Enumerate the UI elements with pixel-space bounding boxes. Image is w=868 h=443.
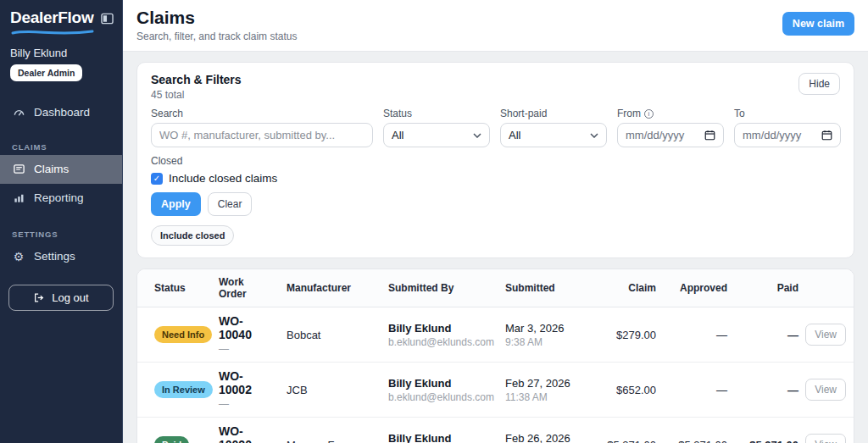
manufacturer-cell: Bobcat xyxy=(280,307,381,363)
table-header-row: Status Work Order Manufacturer Submitted… xyxy=(137,269,854,307)
submitted-date: Mar 3, 2026 xyxy=(505,322,583,335)
claims-card-icon xyxy=(12,163,25,176)
include-closed-checkbox[interactable]: ✓ xyxy=(151,173,163,185)
calendar-icon xyxy=(704,130,715,141)
table-row: In Review WO-10002 — JCB Billy Eklund b.… xyxy=(137,363,854,418)
app-logo-text: DealerFlow xyxy=(10,9,95,27)
logo-swoosh xyxy=(10,28,95,36)
submitted-date: Feb 26, 2026 xyxy=(505,432,583,443)
sidebar-nav: Dashboard CLAIMS Claims Reporting SETTIN… xyxy=(0,98,122,271)
claim-amount: $652.00 xyxy=(590,363,663,418)
table-row: Paid WO-10020 — Massey Ferguson Billy Ek… xyxy=(137,418,854,443)
status-select-value: All xyxy=(392,129,403,141)
status-select[interactable]: All xyxy=(383,123,490,147)
page-subtitle: Search, filter, and track claim status xyxy=(136,30,297,42)
sidebar-item-settings[interactable]: ⚙ Settings xyxy=(0,242,122,271)
short-paid-select-value: All xyxy=(509,129,520,141)
filters-total-count: 45 total xyxy=(151,89,242,101)
to-date-input[interactable]: mm/dd/yyyy xyxy=(734,123,841,147)
search-input[interactable] xyxy=(151,123,373,147)
submitted-by-name: Billy Eklund xyxy=(388,322,492,335)
logout-label: Log out xyxy=(52,291,88,304)
user-name: Billy Eklund xyxy=(0,36,122,64)
filters-card: Search & Filters 45 total Hide Search St… xyxy=(136,62,854,258)
status-badge: Need Info xyxy=(154,326,212,343)
col-claim: Claim xyxy=(590,269,663,307)
paid-amount: — xyxy=(734,307,805,363)
sidebar-item-dashboard[interactable]: Dashboard xyxy=(0,98,122,127)
approved-amount: $5,371.00 xyxy=(663,418,734,443)
new-claim-button[interactable]: New claim xyxy=(782,12,854,36)
search-label: Search xyxy=(151,108,373,119)
submitted-by-email: b.eklund@eklunds.com xyxy=(388,391,492,403)
short-paid-select[interactable]: All xyxy=(500,123,607,147)
logout-icon xyxy=(33,292,45,303)
sidebar-section-settings: SETTINGS xyxy=(0,223,122,242)
sidebar-collapse-icon[interactable] xyxy=(101,13,114,25)
role-badge: Dealer Admin xyxy=(10,64,82,81)
col-submitted-by: Submitted By xyxy=(381,269,498,307)
main-area: Claims Search, filter, and track claim s… xyxy=(123,0,868,443)
claims-table-card: Status Work Order Manufacturer Submitted… xyxy=(136,269,854,443)
short-paid-filter-label: Short-paid xyxy=(500,108,607,119)
gear-icon: ⚙ xyxy=(12,250,25,263)
claim-amount: $279.00 xyxy=(590,307,663,363)
approved-amount: — xyxy=(663,307,734,363)
work-order-number: WO-10020 xyxy=(219,424,273,443)
include-closed-checkbox-label: Include closed claims xyxy=(169,172,277,185)
col-submitted: Submitted xyxy=(498,269,590,307)
paid-amount: $5,371.00 xyxy=(734,418,805,443)
from-date-label: From xyxy=(617,108,641,119)
col-actions xyxy=(805,269,854,307)
view-button[interactable]: View xyxy=(805,379,846,401)
status-filter-label: Status xyxy=(383,108,490,119)
sidebar-item-label: Settings xyxy=(34,250,75,263)
submitted-by-email: b.eklund@eklunds.com xyxy=(388,336,492,348)
from-date-input[interactable]: mm/dd/yyyy xyxy=(617,123,724,147)
apply-filters-button[interactable]: Apply xyxy=(151,192,201,216)
submitted-time: 11:38 AM xyxy=(505,391,583,403)
bar-chart-icon xyxy=(12,191,25,205)
col-paid: Paid xyxy=(734,269,805,307)
manufacturer-cell: JCB xyxy=(280,363,381,418)
clear-filters-button[interactable]: Clear xyxy=(208,192,253,216)
sidebar: DealerFlow Billy Eklund Dealer Admin Das… xyxy=(0,0,123,443)
sidebar-item-label: Reporting xyxy=(34,191,84,204)
info-icon: i xyxy=(644,109,654,119)
active-filter-chip: Include closed xyxy=(151,225,234,246)
submitted-date: Feb 27, 2026 xyxy=(505,377,583,390)
status-badge: In Review xyxy=(154,381,213,398)
chevron-down-icon xyxy=(473,133,481,138)
status-badge: Paid xyxy=(154,436,189,443)
hide-filters-button[interactable]: Hide xyxy=(798,73,840,95)
from-date-value: mm/dd/yyyy xyxy=(626,129,684,141)
claims-table: Status Work Order Manufacturer Submitted… xyxy=(137,269,854,443)
submitted-by-name: Billy Eklund xyxy=(388,432,492,443)
col-status: Status xyxy=(137,269,212,307)
manufacturer-cell: Massey Ferguson xyxy=(280,418,381,443)
logo-row: DealerFlow xyxy=(0,0,122,36)
sidebar-item-label: Claims xyxy=(34,163,69,175)
gauge-icon xyxy=(12,106,25,119)
to-date-label: To xyxy=(734,108,841,119)
claim-amount: $5,371.00 xyxy=(590,418,663,443)
page-content: Search & Filters 45 total Hide Search St… xyxy=(123,52,868,443)
col-manufacturer: Manufacturer xyxy=(280,269,381,307)
work-order-sub: — xyxy=(219,343,273,355)
view-button[interactable]: View xyxy=(805,324,846,346)
col-work-order: Work Order xyxy=(212,269,280,307)
paid-amount: — xyxy=(734,363,805,418)
calendar-icon xyxy=(821,130,832,141)
sidebar-item-reporting[interactable]: Reporting xyxy=(0,184,122,213)
submitted-time: 9:38 AM xyxy=(505,336,583,348)
work-order-sub: — xyxy=(219,398,273,410)
to-date-value: mm/dd/yyyy xyxy=(743,129,801,141)
submitted-by-name: Billy Eklund xyxy=(388,377,492,390)
filters-title: Search & Filters xyxy=(151,73,242,86)
page-title: Claims xyxy=(136,8,297,28)
view-button[interactable]: View xyxy=(805,434,846,443)
sidebar-section-claims: CLAIMS xyxy=(0,136,122,155)
sidebar-item-claims[interactable]: Claims xyxy=(0,155,122,184)
logout-button[interactable]: Log out xyxy=(8,285,114,311)
chevron-down-icon xyxy=(590,133,598,138)
